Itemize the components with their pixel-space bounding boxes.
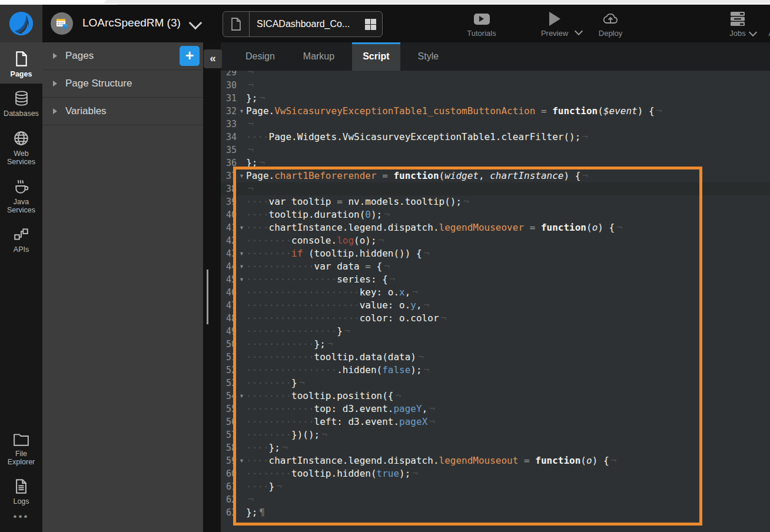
line-number: 57 [221,428,237,441]
code-line-63[interactable]: 63};¶ [221,506,770,519]
sidebar-item-apis[interactable]: APIs [0,220,42,259]
code-line-52[interactable]: 52················.hidden(false);¬ [221,364,770,377]
code-line-53[interactable]: 53········}¬ [221,377,770,390]
code-line-55[interactable]: 55············top: d3.event.pageY,¬ [221,403,770,415]
code-line-40[interactable]: 40····tooltip.duration(0);¬ [221,208,770,221]
sidebar-item-logs[interactable]: Logs [0,472,42,511]
section-pages[interactable]: Pages + [42,42,203,70]
collapse-panel-button[interactable]: « [204,49,222,68]
code-line-46[interactable]: 46····················key: o.x,¬ [221,286,770,299]
apis-nodes-icon [13,226,29,242]
line-number: 34 [221,131,237,144]
code-text: ················series: {¬ [246,273,395,286]
section-variables[interactable]: Variables [42,98,203,125]
line-number: 44 [221,260,237,273]
code-text: ····}¬ [246,480,282,493]
preview-chevron-down-icon[interactable] [575,27,583,35]
code-line-51[interactable]: 51············tooltip.data(data)¬ [221,351,770,364]
code-line-61[interactable]: i61····}¬ [221,480,770,493]
tab-script[interactable]: Script [352,42,400,71]
code-text: ····················color: o.color¬ [246,312,446,325]
deploy-button[interactable]: Deploy [592,11,629,38]
code-line-58[interactable]: 58····};¬ [221,441,770,454]
line-number: 63 [221,506,237,519]
line-number: 49 [221,325,237,338]
code-line-60[interactable]: 60········tooltip.hidden(true);¬ [221,467,770,480]
fold-arrow-icon[interactable]: ▼ [237,247,246,260]
code-line-54[interactable]: 54▼········tooltip.position({¬ [221,390,770,403]
code-line-36[interactable]: 36};¬ [221,157,770,169]
code-line-44[interactable]: 44▼············var data = {¬ [221,260,770,273]
code-line-59[interactable]: 59▼····chartInstance.legend.dispatch.leg… [221,454,770,467]
line-number: 48 [221,312,237,325]
code-line-37[interactable]: 37▼Page.chart1Beforerender = function(wi… [221,169,770,182]
fold-arrow-icon[interactable]: ▼ [237,105,246,118]
fold-arrow-icon[interactable]: ▼ [237,454,246,467]
sidebar-item-java-services[interactable]: Java Services [0,172,42,220]
line-number: 61 [221,480,237,493]
project-name[interactable]: LOArcSpeedRM (3) [82,16,181,29]
section-page-structure[interactable]: Page Structure [42,70,203,98]
tab-markup[interactable]: Markup [293,42,345,71]
code-line-57[interactable]: 57········})();¬ [221,428,770,441]
code-line-42[interactable]: 42········console.log(o);¬ [221,234,770,247]
tab-style[interactable]: Style [407,42,450,71]
code-line-43[interactable]: 43▼········if (tooltip.hidden()) {¬ [221,247,770,260]
code-line-31[interactable]: 31};¬ [221,92,770,105]
code-line-39[interactable]: 39····var tooltip = nv.models.tooltip();… [221,195,770,208]
fold-arrow-icon[interactable]: ▼ [237,169,246,182]
code-text: ····················key: o.x,¬ [246,286,418,299]
code-text: ············var data = {¬ [246,260,390,273]
tab-design[interactable]: Design [235,42,286,71]
layout-grid-icon[interactable] [365,19,376,30]
fold-arrow-icon[interactable]: ▼ [237,390,246,403]
wavemaker-logo[interactable] [0,5,42,42]
code-line-35[interactable]: 35¬ [221,144,770,157]
line-number: 47 [221,299,237,312]
code-line-45[interactable]: 45▼················series: {¬ [221,273,770,286]
code-line-56[interactable]: 56············left: d3.event.pageX¬ [221,415,770,428]
preview-button[interactable]: Preview [536,11,573,38]
code-line-34[interactable]: 34····Page.Widgets.VwSicasurveyException… [221,131,770,144]
open-page-tab[interactable]: SICADashboard_Co... [223,11,383,37]
fold-arrow-icon[interactable]: ▼ [237,221,246,234]
line-number: 55 [221,403,237,415]
code-text: ¬ [246,71,254,79]
code-text: ····chartInstance.legend.dispatch.legend… [246,454,616,467]
add-page-button[interactable]: + [180,46,200,66]
page-structure-caret-icon[interactable] [53,81,57,87]
code-line-48[interactable]: 48····················color: o.color¬ [221,312,770,325]
sidebar-item-pages[interactable]: Pages [0,42,42,84]
jobs-server-icon [729,11,746,26]
line-number: 30 [221,79,237,92]
project-avatar[interactable] [51,12,73,35]
code-line-30[interactable]: 30¬ [221,79,770,92]
scrollbar-thumb[interactable] [207,270,208,324]
code-line-50[interactable]: 50············};¬ [221,338,770,351]
code-line-33[interactable]: 33¬ [221,118,770,131]
preview-play-icon [549,12,560,26]
fold-arrow-icon[interactable]: ▼ [237,260,246,273]
variables-caret-icon[interactable] [53,108,57,114]
code-line-49[interactable]: 49················}¬ [221,325,770,338]
code-line-38[interactable]: 38¬ [221,182,770,195]
sidebar-more-button[interactable]: ••• [0,511,42,532]
sidebar-item-web-services[interactable]: Web Services [0,124,42,172]
sidebar-item-databases[interactable]: Databases [0,84,42,123]
artifacts-button[interactable]: Artifacts [762,11,770,38]
code-text: ····tooltip.duration(0);¬ [246,208,390,221]
jobs-button[interactable]: Jobs [722,11,754,38]
code-line-47[interactable]: 47····················value: o.y,¬ [221,299,770,312]
code-line-29[interactable]: 29¬ [221,71,770,79]
script-editor[interactable]: 29¬30¬31};¬32▼Page.VwSicasurveyException… [221,71,770,532]
project-chevron-down-icon[interactable] [189,16,203,30]
pages-caret-icon[interactable] [53,53,57,59]
code-line-32[interactable]: 32▼Page.VwSicasurveyExceptionTable1_cust… [221,105,770,118]
code-line-41[interactable]: 41▼····chartInstance.legend.dispatch.leg… [221,221,770,234]
code-line-62[interactable]: 62¬ [221,493,770,506]
fold-arrow-icon[interactable]: ▼ [237,273,246,286]
sidebar-item-file-explorer[interactable]: File Explorer [0,426,42,472]
line-number: 54 [221,390,237,403]
code-text: ¬ [246,493,254,506]
tutorials-button[interactable]: Tutorials [460,11,503,38]
